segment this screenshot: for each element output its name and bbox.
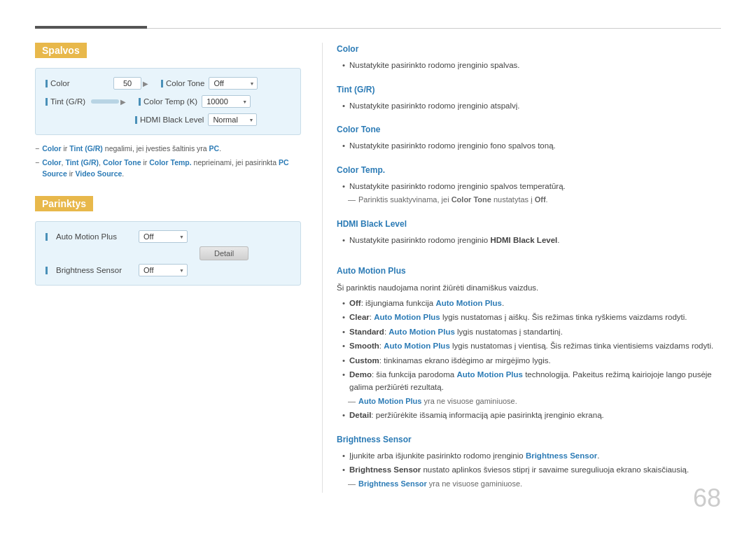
detail-button[interactable]: Detail [200,246,248,260]
auto-motion-select[interactable]: Off [139,230,188,243]
automotion-intro: Ši parinktis naudojama norint žiūrėti di… [337,281,721,294]
right-color-section: Color • Nustatykite pasirinkto rodomo įr… [337,43,721,72]
colortemp-bullet: • Nustatykite pasirinkto rodomo įrengini… [337,180,721,192]
color-tone-label: Color Tone [166,79,204,87]
auto-motion-row: Auto Motion Plus Off [46,230,290,243]
note-1: − Color ir Tint (G/R) negalimi, jei įves… [35,143,301,155]
tint-label: Tint (G/R) [50,97,85,106]
parinktys-section: Parinktys Auto Motion Plus Off Detail [35,196,301,286]
brightness-label: Brightness Sensor [56,266,133,274]
automotion-custom: • Custom: tinkinamas ekrano išdėgimo ar … [337,354,721,367]
brightness-note: ― Brightness Sensor yra ne visuose gamin… [337,478,721,491]
right-column: Color • Nustatykite pasirinkto rodomo įr… [322,43,721,493]
right-automotion-section: Auto Motion Plus Ši parinktis naudojama … [337,265,721,421]
tint-arrow[interactable]: ▶ [120,98,126,106]
right-hdmi-section: HDMI Black Level • Nustatykite pasirinkt… [337,218,721,247]
automotion-detail-note: • Detail: peržiūrėkite išsamią informaci… [337,409,721,421]
automotion-smooth: • Smooth: Auto Motion Plus lygis nustato… [337,339,721,352]
detail-btn-row: Detail [46,248,290,258]
color-temp-field: Color Temp (K) 10000 [139,95,290,108]
color-arrow[interactable]: ▶ [143,80,148,87]
settings-row-2: Tint (G/R) ▶ Color Temp (K) 10000 [46,95,290,108]
automotion-demo: • Demo: šia funkcija parodoma Auto Motio… [337,368,721,394]
settings-row-1: Color 50 ▶ Color Tone Off [46,77,290,90]
right-colortemp-section: Color Temp. • Nustatykite pasirinkto rod… [337,164,721,206]
spalvos-notes: − Color ir Tint (G/R) negalimi, jei įves… [35,143,301,179]
page-number: 68 [693,484,721,513]
spalvos-settings-box: Color 50 ▶ Color Tone Off [35,68,301,135]
left-column: Spalvos Color 50 ▶ Color Tone [35,43,301,493]
color-tone-field: Color Tone Off [161,77,290,90]
hdmi-field: HDMI Black Level Normal [135,113,290,126]
brightness-bullet1: • Įjunkite arba išjunkite pasirinkto rod… [337,449,721,462]
color-value[interactable]: 50 [113,77,141,90]
hdmi-bullet: • Nustatykite pasirinkto rodomo įrengini… [337,234,721,246]
right-colortone-title: Color Tone [337,123,721,136]
page-container: Spalvos Color 50 ▶ Color Tone [0,0,756,534]
automotion-off: • Off: išjungiama funkcija Auto Motion P… [337,297,721,309]
colortemp-note: ― Parinktis suaktyvinama, jei Color Tone… [337,194,721,206]
color-field: Color 50 ▶ [46,77,148,90]
right-colortone-section: Color Tone • Nustatykite pasirinkto rodo… [337,123,721,153]
color-tone-select[interactable]: Off [209,77,258,90]
spacer [337,258,721,265]
settings-row-3: HDMI Black Level Normal [46,113,290,126]
automotion-note1: ― Auto Motion Plus yra ne visuose gamini… [337,395,721,408]
spalvos-title: Spalvos [35,43,87,58]
color-bullet: • Nustatykite pasirinkto rodomo įrengini… [337,59,721,71]
tint-field: Tint (G/R) ▶ [46,97,126,106]
auto-motion-label: Auto Motion Plus [56,232,133,241]
parinktys-title: Parinktys [35,196,93,211]
right-hdmi-title: HDMI Black Level [337,218,721,231]
color-label: Color [50,79,113,87]
right-colortemp-title: Color Temp. [337,164,721,177]
brightness-bullet2: • Brightness Sensor nustato aplinkos švi… [337,463,721,476]
right-automotion-title: Auto Motion Plus [337,265,721,278]
right-tint-title: Tint (G/R) [337,83,721,97]
right-color-title: Color [337,43,721,56]
automotion-standard: • Standard: Auto Motion Plus lygis nusta… [337,325,721,338]
hdmi-label: HDMI Black Level [140,115,204,124]
brightness-row: Brightness Sensor Off [46,264,290,276]
tint-bullet: • Nustatykite pasirinkto rodomo įrengini… [337,99,721,112]
parinktys-settings-box: Auto Motion Plus Off Detail Brightness S… [35,221,301,286]
note-2: − Color, Tint (G/R), Color Tone ir Color… [35,157,301,180]
top-divider [35,28,721,29]
tint-slider[interactable] [91,99,119,104]
brightness-select[interactable]: Off [139,264,188,276]
right-brightness-section: Brightness Sensor • Įjunkite arba išjunk… [337,433,721,491]
colortone-bullet: • Nustatykite pasirinkto rodomo įrengini… [337,139,721,152]
content-wrapper: Spalvos Color 50 ▶ Color Tone [35,43,721,493]
hdmi-select[interactable]: Normal [208,113,257,126]
color-temp-label: Color Temp (K) [144,97,197,106]
right-brightness-title: Brightness Sensor [337,433,721,447]
right-tint-section: Tint (G/R) • Nustatykite pasirinkto rodo… [337,83,721,113]
automotion-clear: • Clear: Auto Motion Plus lygis nustatom… [337,311,721,323]
spalvos-section: Spalvos Color 50 ▶ Color Tone [35,43,301,179]
color-temp-select[interactable]: 10000 [202,95,251,108]
